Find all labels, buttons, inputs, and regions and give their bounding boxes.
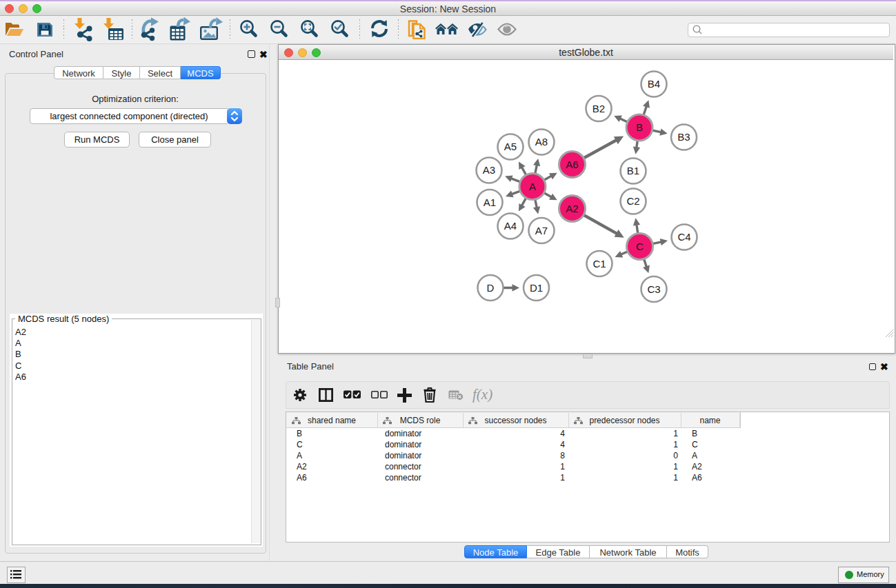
svg-text:A8: A8 <box>535 136 548 148</box>
svg-text:C: C <box>636 241 644 252</box>
svg-text:C1: C1 <box>593 258 606 270</box>
svg-text:A2: A2 <box>566 203 578 214</box>
svg-text:B2: B2 <box>593 103 605 114</box>
svg-text:A1: A1 <box>484 196 496 208</box>
svg-text:B3: B3 <box>677 131 690 143</box>
svg-text:B4: B4 <box>648 78 660 90</box>
svg-text:C4: C4 <box>677 231 690 243</box>
svg-text:C3: C3 <box>647 283 660 295</box>
svg-text:D1: D1 <box>530 282 543 294</box>
svg-text:C2: C2 <box>626 195 639 207</box>
svg-text:A5: A5 <box>504 141 517 152</box>
svg-text:A4: A4 <box>504 220 517 232</box>
svg-text:A6: A6 <box>566 159 578 170</box>
svg-text:D: D <box>487 282 495 294</box>
svg-text:A3: A3 <box>483 164 495 176</box>
svg-text:A7: A7 <box>535 225 548 236</box>
svg-text:B: B <box>636 121 643 133</box>
svg-text:A: A <box>529 181 536 192</box>
svg-text:B1: B1 <box>627 165 639 176</box>
